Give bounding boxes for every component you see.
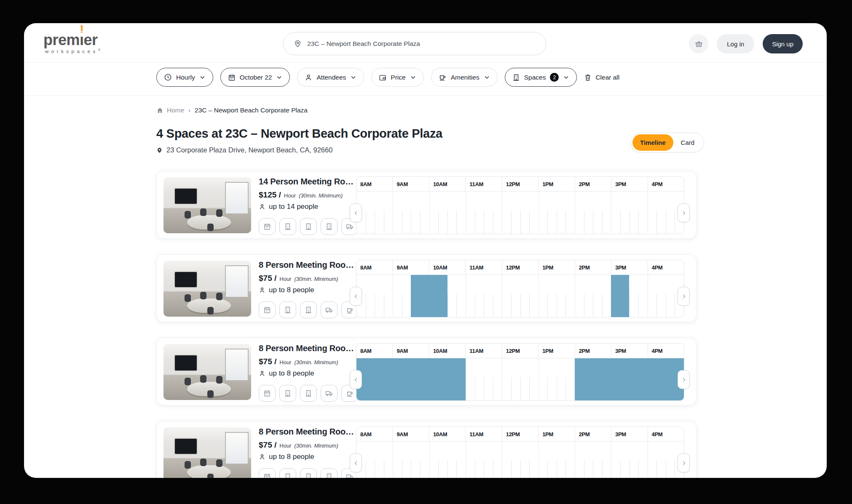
timeline-grid[interactable] <box>356 192 684 234</box>
timeline-prev-button[interactable] <box>350 453 362 472</box>
filter-attendees[interactable]: Attendees <box>297 68 364 87</box>
hour-label: 12PM <box>506 348 520 354</box>
truck-icon <box>325 389 333 397</box>
chevron-right-icon <box>681 210 687 216</box>
timeline-prev-button[interactable] <box>350 287 362 306</box>
filter-spaces[interactable]: Spaces2 <box>505 68 577 87</box>
timeline-prev-button[interactable] <box>350 370 362 389</box>
building-icon <box>325 223 333 230</box>
hour-label: 12PM <box>506 181 520 187</box>
hour-column: 9AM <box>392 427 429 441</box>
hour-column: 4PM <box>648 177 684 191</box>
amenity-building-chip <box>300 301 317 318</box>
timeline-next-button[interactable] <box>678 287 690 306</box>
booked-slot <box>611 275 629 317</box>
search-input[interactable]: 23C – Newport Beach Corporate Plaza <box>283 32 546 55</box>
header-actions: Log in Sign up <box>689 34 803 53</box>
login-button[interactable]: Log in <box>717 34 754 53</box>
room-photo[interactable] <box>163 177 251 233</box>
hour-column: 10AM <box>429 344 465 358</box>
availability-timeline[interactable]: 8AM9AM10AM11AM12PM1PM2PM3PM4PM <box>356 343 684 401</box>
chevron-down-icon <box>563 74 569 80</box>
building-icon <box>305 306 312 314</box>
room-list: 14 Person Meeting Ro… $125 / Hour (30min… <box>156 171 697 478</box>
hour-label: 2PM <box>579 431 590 437</box>
calendar-icon <box>263 223 271 230</box>
breadcrumb-separator: › <box>188 107 190 114</box>
filter-bar: HourlyOctober 22AttendeesPriceAmenitiesS… <box>156 68 619 87</box>
view-toggle: Timeline Card <box>630 133 704 152</box>
availability-timeline[interactable]: 8AM9AM10AM11AM12PM1PM2PM3PM4PM <box>356 176 684 234</box>
filter-count-badge: 2 <box>550 73 559 82</box>
hour-column: 9AM <box>392 177 429 191</box>
trash-icon <box>584 74 592 81</box>
room-price: $75 / <box>259 357 276 366</box>
hour-label: 12PM <box>506 264 520 271</box>
signup-button[interactable]: Sign up <box>763 34 803 53</box>
amenity-list <box>259 218 358 235</box>
timeline-hours-header: 8AM9AM10AM11AM12PM1PM2PM3PM4PM <box>356 344 684 358</box>
chevron-right-icon <box>681 377 687 383</box>
person-icon <box>259 203 265 210</box>
timeline-prev-button[interactable] <box>350 203 362 222</box>
building-icon <box>512 74 520 81</box>
availability-timeline[interactable]: 8AM9AM10AM11AM12PM1PM2PM3PM4PM <box>356 260 684 317</box>
hour-label: 10AM <box>433 181 447 187</box>
filter-price[interactable]: Price <box>371 68 423 87</box>
amenity-truck-chip <box>321 301 338 318</box>
room-photo[interactable] <box>163 344 251 400</box>
hour-column: 9AM <box>392 260 429 275</box>
calendar-icon <box>263 306 271 314</box>
calendar-icon <box>228 74 236 81</box>
hour-column: 12PM <box>502 427 538 441</box>
toggle-timeline[interactable]: Timeline <box>632 134 673 151</box>
app-window: premıer workspaces® 23C – Newport Beach … <box>24 23 827 478</box>
chevron-left-icon <box>353 293 359 299</box>
coffee-icon <box>346 306 354 314</box>
room-photo[interactable] <box>163 261 251 317</box>
logo[interactable]: premıer workspaces® <box>43 32 100 54</box>
room-name[interactable]: 8 Person Meeting Roo… <box>259 344 354 353</box>
building-icon <box>305 223 312 230</box>
room-price-row: $75 / Hour (30min. Minimum) <box>259 274 338 283</box>
room-name[interactable]: 8 Person Meeting Roo… <box>259 427 354 437</box>
room-name[interactable]: 8 Person Meeting Roo… <box>259 260 354 270</box>
chevron-left-icon <box>353 377 359 383</box>
timeline-next-button[interactable] <box>678 370 690 389</box>
location-address: 23 Corporate Plaza Drive, Newport Beach,… <box>156 146 332 154</box>
room-photo[interactable] <box>163 427 251 478</box>
person-icon <box>305 74 312 81</box>
clear-all-button[interactable]: Clear all <box>584 74 619 81</box>
timeline-grid[interactable] <box>356 275 684 317</box>
person-icon <box>259 370 265 377</box>
hour-label: 2PM <box>579 181 590 187</box>
room-name[interactable]: 14 Person Meeting Ro… <box>259 177 354 187</box>
hour-label: 9AM <box>397 348 408 354</box>
truck-icon <box>346 223 354 230</box>
filter-amenities[interactable]: Amenities <box>431 68 498 87</box>
availability-timeline[interactable]: 8AM9AM10AM11AM12PM1PM2PM3PM4PM <box>356 427 684 478</box>
filter-october-22[interactable]: October 22 <box>220 68 290 87</box>
person-icon <box>259 453 265 460</box>
booked-slot <box>356 358 466 400</box>
hour-column: 4PM <box>648 260 684 275</box>
hour-label: 2PM <box>579 264 590 271</box>
room-card: 14 Person Meeting Ro… $125 / Hour (30min… <box>156 171 697 239</box>
truck-icon <box>325 306 333 314</box>
filter-hourly[interactable]: Hourly <box>156 68 213 87</box>
cart-button[interactable] <box>689 34 708 53</box>
breadcrumb-home-link[interactable]: Home <box>156 107 184 114</box>
location-pin-icon <box>294 40 302 48</box>
timeline-next-button[interactable] <box>678 453 690 472</box>
building-icon <box>305 389 312 397</box>
timeline-next-button[interactable] <box>678 203 690 222</box>
timeline-grid[interactable] <box>356 442 684 478</box>
timeline-grid[interactable] <box>356 358 684 400</box>
room-price-row: $75 / Hour (30min. Minimum) <box>259 357 338 366</box>
toggle-card[interactable]: Card <box>673 134 702 151</box>
hour-column: 3PM <box>611 260 647 275</box>
price-note: (30min. Minimum) <box>299 192 343 199</box>
hour-column: 11AM <box>465 177 501 191</box>
hour-label: 10AM <box>433 348 447 354</box>
booked-slot <box>411 275 447 317</box>
